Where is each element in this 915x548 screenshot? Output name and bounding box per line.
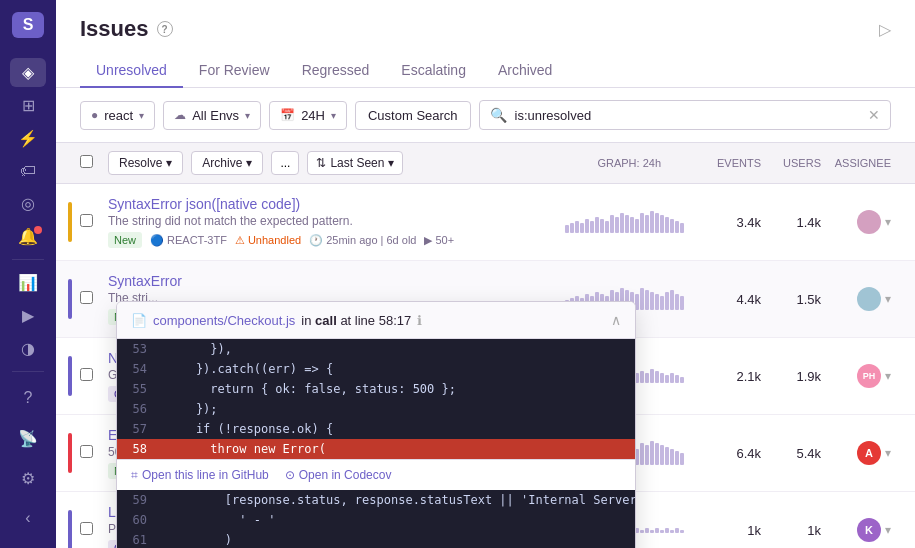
select-all-checkbox[interactable] bbox=[80, 155, 100, 171]
popup-info-icon[interactable]: ℹ bbox=[417, 313, 422, 328]
issue-events: 3.4k bbox=[701, 215, 761, 230]
issue-users: 1k bbox=[761, 523, 821, 538]
search-input[interactable] bbox=[515, 108, 860, 123]
issue-meta: New 🔵 REACT-3TF ⚠ Unhandled 🕐 25min ago … bbox=[108, 232, 565, 248]
project-tag: 🔵 REACT-3TF bbox=[150, 234, 227, 247]
open-codecov-link[interactable]: ⊙ Open in Codecov bbox=[285, 468, 392, 482]
header-top: Issues ? ▷ bbox=[80, 16, 891, 42]
time-filter[interactable]: 📅 24H ▾ bbox=[269, 101, 347, 130]
settings-icon: ⚙ bbox=[21, 469, 35, 488]
code-more-lines: 59 [response.status, response.statusText… bbox=[117, 490, 635, 548]
discover-icon: ◎ bbox=[21, 194, 35, 213]
unhandled-tag: ⚠ Unhandled bbox=[235, 234, 301, 247]
table-header: Resolve ▾ Archive ▾ ... ⇅ Last Seen ▾ GR… bbox=[56, 143, 915, 184]
play-button[interactable]: ▷ bbox=[879, 20, 891, 39]
sidebar-item-replay[interactable]: ▶ bbox=[10, 301, 46, 330]
calendar-icon: 📅 bbox=[280, 108, 295, 122]
popup-actions: ⌗ Open this line in GitHub ⊙ Open in Cod… bbox=[117, 459, 635, 490]
popup-close-icon[interactable]: ∧ bbox=[611, 312, 621, 328]
issues-icon: ◈ bbox=[22, 63, 34, 82]
assignee-expand-icon[interactable]: ▾ bbox=[885, 215, 891, 229]
resolve-chevron-icon: ▾ bbox=[166, 156, 172, 170]
issues-list: SyntaxError json([native code]) The stri… bbox=[56, 184, 915, 548]
code-line: 57 if (!response.ok) { bbox=[117, 419, 635, 439]
code-line: 61 ) bbox=[117, 530, 635, 548]
sidebar-collapse-btn[interactable]: ‹ bbox=[10, 500, 46, 536]
sidebar-item-monitor[interactable]: 📊 bbox=[10, 268, 46, 297]
code-lines: 53 }), 54 }).catch((err) => { 55 return … bbox=[117, 339, 635, 459]
popup-filename[interactable]: components/Checkout.js bbox=[153, 313, 295, 328]
sidebar-item-discover[interactable]: ◎ bbox=[10, 189, 46, 218]
sidebar-logo[interactable]: S bbox=[12, 12, 44, 38]
assignee-expand-icon[interactable]: ▾ bbox=[885, 523, 891, 537]
sidebar-item-settings[interactable]: ⚙ bbox=[10, 460, 46, 496]
issue-checkbox[interactable] bbox=[80, 214, 100, 230]
avatar: A bbox=[857, 441, 881, 465]
resolve-button[interactable]: Resolve ▾ bbox=[108, 151, 183, 175]
issue-assignee: A ▾ bbox=[821, 441, 891, 465]
sidebar-item-issues[interactable]: ◈ bbox=[10, 58, 46, 87]
sort-chevron-icon: ▾ bbox=[388, 156, 394, 170]
sidebar-divider-bottom bbox=[12, 371, 44, 372]
archive-button[interactable]: Archive ▾ bbox=[191, 151, 263, 175]
assignee-expand-icon[interactable]: ▾ bbox=[885, 292, 891, 306]
tab-archived[interactable]: Archived bbox=[482, 54, 568, 88]
bulk-actions: Resolve ▾ Archive ▾ ... ⇅ Last Seen ▾ bbox=[108, 151, 403, 175]
archive-chevron-icon: ▾ bbox=[246, 156, 252, 170]
tab-for-review[interactable]: For Review bbox=[183, 54, 286, 88]
assignee-header: ASSIGNEE bbox=[821, 157, 891, 169]
issue-title: SyntaxError json([native code]) bbox=[108, 196, 565, 212]
alerts-icon: 🔔 bbox=[18, 227, 38, 246]
popup-location: in call at line 58:17 bbox=[301, 313, 411, 328]
issue-checkbox[interactable] bbox=[80, 368, 100, 384]
sidebar-item-performance[interactable]: ⚡ bbox=[10, 124, 46, 153]
time-tag: 🕐 25min ago | 6d old bbox=[309, 234, 416, 247]
custom-search-button[interactable]: Custom Search bbox=[355, 101, 471, 130]
issue-users: 5.4k bbox=[761, 446, 821, 461]
issue-events: 1k bbox=[701, 523, 761, 538]
table-row[interactable]: SyntaxError json([native code]) The stri… bbox=[56, 184, 915, 261]
page-help-icon[interactable]: ? bbox=[157, 21, 173, 37]
collapse-icon: ‹ bbox=[25, 509, 30, 527]
code-line: 59 [response.status, response.statusText… bbox=[117, 490, 635, 510]
sidebar-item-help[interactable]: ? bbox=[10, 380, 46, 416]
more-actions-button[interactable]: ... bbox=[271, 151, 299, 175]
issue-checkbox[interactable] bbox=[80, 522, 100, 538]
tab-unresolved[interactable]: Unresolved bbox=[80, 54, 183, 88]
avatar: K bbox=[857, 518, 881, 542]
sidebar-item-releases[interactable]: 🏷 bbox=[10, 157, 46, 186]
issue-title: SyntaxError bbox=[108, 273, 565, 289]
open-github-link[interactable]: ⌗ Open this line in GitHub bbox=[131, 468, 269, 482]
performance-icon: ⚡ bbox=[18, 129, 38, 148]
tab-escalating[interactable]: Escalating bbox=[385, 54, 482, 88]
dashboard-icon: ⊞ bbox=[22, 96, 35, 115]
issue-checkbox[interactable] bbox=[80, 291, 100, 307]
sidebar-item-profiling[interactable]: ◑ bbox=[10, 334, 46, 363]
replay-icon: ▶ bbox=[22, 306, 34, 325]
issue-assignee: ▾ bbox=[821, 287, 891, 311]
issue-link[interactable]: SyntaxError bbox=[108, 273, 182, 289]
monitor-icon: 📊 bbox=[18, 273, 38, 292]
issue-content: SyntaxError json([native code]) The stri… bbox=[108, 196, 565, 248]
users-header: USERS bbox=[761, 157, 821, 169]
search-clear-icon[interactable]: ✕ bbox=[868, 107, 880, 123]
sidebar-item-broadcast[interactable]: 📡 bbox=[10, 420, 46, 456]
time-label: 24H bbox=[301, 108, 325, 123]
issue-events: 6.4k bbox=[701, 446, 761, 461]
page-title: Issues ? bbox=[80, 16, 173, 42]
project-filter[interactable]: ● react ▾ bbox=[80, 101, 155, 130]
table-row[interactable]: SyntaxError The stri... New 4.4k 1.5k ▾ bbox=[56, 261, 915, 338]
issue-checkbox[interactable] bbox=[80, 445, 100, 461]
assignee-expand-icon[interactable]: ▾ bbox=[885, 446, 891, 460]
tab-regressed[interactable]: Regressed bbox=[286, 54, 386, 88]
assignee-expand-icon[interactable]: ▾ bbox=[885, 369, 891, 383]
sidebar-item-dashboard[interactable]: ⊞ bbox=[10, 91, 46, 120]
issue-subtitle: The string did not match the expected pa… bbox=[108, 214, 565, 228]
issue-link[interactable]: SyntaxError json([native code]) bbox=[108, 196, 300, 212]
sort-button[interactable]: ⇅ Last Seen ▾ bbox=[307, 151, 403, 175]
github-icon: ⌗ bbox=[131, 468, 138, 482]
tabs: Unresolved For Review Regressed Escalati… bbox=[80, 54, 891, 87]
env-filter[interactable]: ☁ All Envs ▾ bbox=[163, 101, 261, 130]
sidebar-item-alerts[interactable]: 🔔 bbox=[10, 222, 46, 251]
severity-bar bbox=[68, 510, 72, 548]
